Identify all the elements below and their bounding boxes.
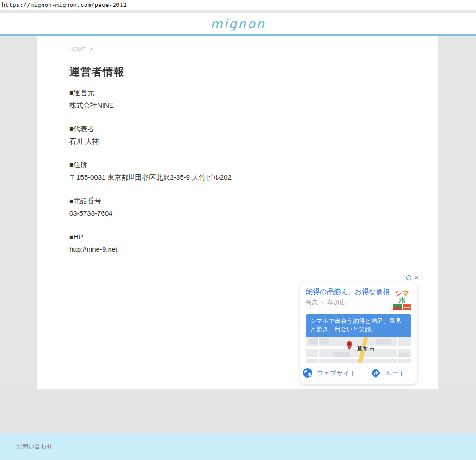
section-hp: ■HP http://nine-9.net [69,230,438,255]
advertiser-logo[interactable]: シマホ [391,290,413,310]
ad-button-row: ウェブサイト ルート [300,362,417,384]
section-label: ■HP [69,230,438,243]
browser-chrome-divider [0,10,476,13]
ad-unit: ✕ 納得の品揃え、お得な価格 島忠 ・ 草加店 シマホ シマホで出会う納得と満足… [300,273,420,384]
ad-banner[interactable]: シマホで出会う納得と満足、発見と驚き、出会いと笑顔。 [306,314,411,337]
globe-icon [302,368,313,378]
site-logo[interactable]: mignon [210,17,266,31]
section-label: ■運営元 [69,86,438,99]
route-button[interactable]: ルート [359,368,417,379]
contact-link[interactable]: お問い合わせ [16,442,53,451]
section-representative: ■代表者 石川 大祐 [69,122,438,147]
url-text: https://mignon-mignon.com/page-2012 [2,2,127,8]
page-title: 運営者情報 [69,65,438,79]
section-operator: ■運営元 株式会社NINE [69,86,438,111]
map-city-label: 草加市 [357,345,375,353]
section-value: 〒155-0031 東京都世田谷区北沢2-35-9 大竹ビル202 [69,171,438,183]
breadcrumb: HOME > [69,46,438,53]
main-content: HOME > 運営者情報 ■運営元 株式会社NINE ■代表者 石川 大祐 ■住… [37,36,438,389]
lower-page-background [0,389,476,433]
homes-badge-icon [403,304,411,310]
ad-map[interactable]: 草加市 [306,337,411,363]
site-header: mignon [0,13,476,34]
site-footer: お問い合わせ [0,433,476,460]
map-road [397,337,398,363]
directions-icon [370,368,381,379]
logo-char: ホ [398,296,405,304]
ad-choices-controls: ✕ [300,273,420,282]
section-value: 03-5738-7604 [69,207,438,219]
section-value: 株式会社NINE [69,99,438,111]
section-phone: ■電話番号 03-5738-7604 [69,194,438,219]
section-value: http://nine-9.net [69,243,438,255]
map-pin-icon [346,341,353,350]
website-button-label: ウェブサイト [317,369,357,377]
logo-badges [391,304,413,310]
section-address: ■住所 〒155-0031 東京都世田谷区北沢2-35-9 大竹ビル202 [69,158,438,183]
route-button-label: ルート [385,369,405,377]
map-road [318,337,319,363]
section-label: ■代表者 [69,122,438,135]
section-label: ■電話番号 [69,194,438,207]
shimachu-badge-icon [393,304,402,310]
breadcrumb-home-link[interactable]: HOME [69,46,86,53]
ad-info-icon[interactable] [406,275,412,281]
section-value: 石川 大祐 [69,135,438,147]
website-button[interactable]: ウェブサイト [300,368,359,378]
ad-close-icon[interactable]: ✕ [414,275,419,281]
info-sections: ■運営元 株式会社NINE ■代表者 石川 大祐 ■住所 〒155-0031 東… [69,86,438,255]
shimaho-logo-text: シマホ [391,290,413,303]
breadcrumb-separator: > [90,46,93,53]
address-bar[interactable]: https://mignon-mignon.com/page-2012 [0,0,476,10]
map-block [376,339,391,344]
ad-card[interactable]: 納得の品揃え、お得な価格 島忠 ・ 草加店 シマホ シマホで出会う納得と満足、発… [300,282,417,384]
section-label: ■住所 [69,158,438,171]
